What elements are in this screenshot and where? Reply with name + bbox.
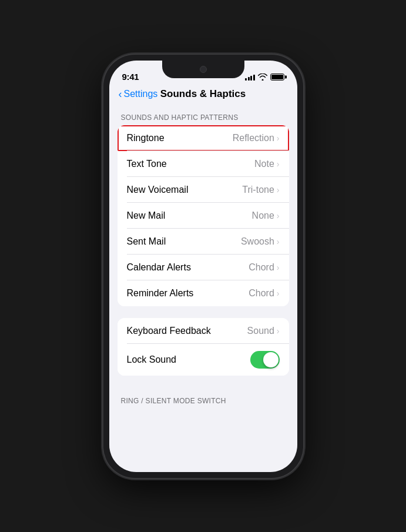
calendar-alerts-label: Calendar Alerts [127,262,191,273]
back-button[interactable]: ‹ Settings [119,89,158,99]
text-tone-value-group: Note › [254,159,279,169]
keyboard-feedback-row[interactable]: Keyboard Feedback Sound › [118,318,289,344]
calendar-alerts-value: Chord [249,262,274,273]
new-mail-label: New Mail [127,210,166,221]
keyboard-feedback-value-group: Sound › [247,326,280,336]
reminder-alerts-chevron-icon: › [277,289,280,298]
lock-sound-row[interactable]: Lock Sound [118,344,289,376]
feedback-group: Keyboard Feedback Sound › Lock Sound [118,318,289,376]
sent-mail-row[interactable]: Sent Mail Swoosh › [118,229,289,255]
new-voicemail-row[interactable]: New Voicemail Tri-tone › [118,177,289,203]
ringtone-label: Ringtone [127,133,165,143]
reminder-alerts-row[interactable]: Reminder Alerts Chord › [118,280,289,306]
signal-icon [245,73,255,81]
new-voicemail-chevron-icon: › [277,185,280,195]
new-mail-value-group: None › [252,210,280,221]
ringtone-value: Reflection [233,133,274,143]
status-icons [245,73,284,81]
sent-mail-value: Swoosh [241,236,274,247]
sent-mail-value-group: Swoosh › [241,236,280,247]
scroll-content: SOUNDS AND HAPTIC PATTERNS Ringtone Refl… [109,104,297,460]
ringtone-chevron-icon: › [277,133,280,143]
back-chevron-icon: ‹ [119,89,122,99]
text-tone-chevron-icon: › [277,159,280,169]
new-voicemail-value: Tri-tone [242,185,274,195]
text-tone-row[interactable]: Text Tone Note › [118,151,289,177]
wifi-icon [258,73,267,81]
front-camera [200,66,207,73]
sent-mail-chevron-icon: › [277,237,280,246]
new-voicemail-label: New Voicemail [127,185,189,195]
keyboard-feedback-chevron-icon: › [277,326,280,336]
ringtone-value-group: Reflection › [233,133,280,143]
reminder-alerts-value-group: Chord › [249,288,279,299]
calendar-alerts-row[interactable]: Calendar Alerts Chord › [118,255,289,280]
lock-sound-label: Lock Sound [127,354,177,365]
sent-mail-label: Sent Mail [127,236,166,247]
reminder-alerts-value: Chord [249,288,274,299]
toggle-knob [263,352,279,367]
sounds-group: Ringtone Reflection › Text Tone Note › [118,125,289,306]
section-header-ring: RING / SILENT MODE SWITCH [109,387,297,409]
nav-header: ‹ Settings Sounds & Haptics [109,86,297,104]
back-button-label: Settings [124,89,158,99]
text-tone-value: Note [254,159,274,169]
calendar-alerts-chevron-icon: › [277,263,280,272]
status-time: 9:41 [122,72,139,82]
ringtone-row[interactable]: Ringtone Reflection › [118,125,289,151]
new-mail-chevron-icon: › [277,211,280,220]
keyboard-feedback-label: Keyboard Feedback [127,326,211,336]
reminder-alerts-label: Reminder Alerts [127,288,194,299]
keyboard-feedback-value: Sound [247,326,274,336]
calendar-alerts-value-group: Chord › [249,262,279,273]
lock-sound-toggle[interactable] [250,351,280,369]
new-mail-value: None [252,210,274,221]
notch [162,61,244,78]
page-title: Sounds & Haptics [160,88,246,100]
phone-screen: 9:41 ‹ [109,61,297,472]
text-tone-label: Text Tone [127,159,167,169]
battery-icon [270,73,284,81]
phone-frame: 9:41 ‹ [103,55,303,478]
new-voicemail-value-group: Tri-tone › [242,185,279,195]
section-header-sounds: SOUNDS AND HAPTIC PATTERNS [109,104,297,125]
new-mail-row[interactable]: New Mail None › [118,203,289,229]
